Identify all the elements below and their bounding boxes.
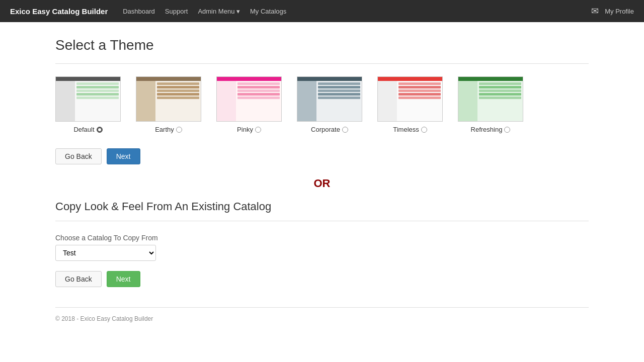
theme-thumbnail-earthy [136, 76, 201, 122]
go-back-button-theme[interactable]: Go Back [55, 148, 102, 164]
theme-name-pinky: Pinky [237, 126, 253, 133]
page-title: Select a Theme [55, 37, 589, 53]
theme-thumbnail-default [55, 76, 121, 122]
theme-radio-corporate[interactable] [342, 127, 348, 133]
theme-thumbnail-corporate [297, 76, 362, 122]
section-divider-top [55, 63, 589, 64]
catalog-copy-select[interactable]: Test Catalog 1 Catalog 2 [55, 245, 156, 261]
theme-label-refreshing: Refreshing [471, 126, 511, 133]
catalog-copy-form-group: Choose a Catalog To Copy From Test Catal… [55, 234, 589, 261]
theme-item-default[interactable]: Default [55, 76, 121, 133]
theme-item-earthy[interactable]: Earthy [136, 76, 201, 133]
nav-support[interactable]: Support [165, 8, 188, 15]
theme-radio-pinky[interactable] [255, 127, 261, 133]
theme-label-timeless: Timeless [393, 126, 427, 133]
nav-my-catalogs[interactable]: My Catalogs [250, 8, 286, 15]
theme-item-timeless[interactable]: Timeless [377, 76, 443, 133]
footer-text: © 2018 - Exico Easy Catalog Builder [55, 315, 153, 322]
theme-name-default: Default [73, 126, 94, 133]
theme-label-earthy: Earthy [155, 126, 182, 133]
theme-label-default: Default [73, 126, 102, 133]
themes-row: Default Eart [55, 76, 589, 133]
theme-item-pinky[interactable]: Pinky [216, 76, 282, 133]
nav-links: Dashboard Support Admin Menu ▾ My Catalo… [123, 8, 591, 15]
copy-section-title: Copy Look & Feel From An Existing Catalo… [55, 200, 589, 213]
theme-name-corporate: Corporate [311, 126, 340, 133]
theme-radio-earthy[interactable] [176, 127, 182, 133]
dropdown-arrow-icon: ▾ [236, 8, 240, 15]
nav-my-profile[interactable]: My Profile [605, 8, 634, 15]
theme-label-pinky: Pinky [237, 126, 261, 133]
theme-item-refreshing[interactable]: Refreshing [458, 76, 523, 133]
go-back-button-copy[interactable]: Go Back [55, 271, 102, 287]
theme-item-corporate[interactable]: Corporate [297, 76, 362, 133]
nav-brand: Exico Easy Catalog Builder [10, 7, 108, 16]
next-button-copy[interactable]: Next [107, 271, 140, 287]
theme-radio-timeless[interactable] [421, 127, 427, 133]
theme-action-buttons: Go Back Next [55, 148, 589, 164]
nav-right: ✉ My Profile [591, 6, 634, 17]
catalog-copy-label: Choose a Catalog To Copy From [55, 234, 589, 242]
theme-name-refreshing: Refreshing [471, 126, 503, 133]
theme-thumbnail-timeless [377, 76, 443, 122]
copy-action-buttons: Go Back Next [55, 271, 589, 287]
theme-thumbnail-pinky [216, 76, 282, 122]
or-divider: OR [55, 177, 589, 190]
nav-dashboard[interactable]: Dashboard [123, 8, 155, 15]
navbar: Exico Easy Catalog Builder Dashboard Sup… [0, 0, 644, 22]
theme-radio-refreshing[interactable] [504, 127, 510, 133]
theme-thumbnail-refreshing [458, 76, 523, 122]
theme-name-earthy: Earthy [155, 126, 174, 133]
main-content: Select a Theme Default [45, 22, 599, 337]
theme-radio-default[interactable] [97, 127, 103, 133]
mail-icon[interactable]: ✉ [591, 6, 599, 17]
theme-name-timeless: Timeless [393, 126, 419, 133]
footer: © 2018 - Exico Easy Catalog Builder [55, 307, 589, 322]
theme-label-corporate: Corporate [311, 126, 348, 133]
nav-admin-menu[interactable]: Admin Menu ▾ [198, 8, 240, 15]
next-button-theme[interactable]: Next [107, 148, 140, 164]
section-divider-copy [55, 221, 589, 221]
